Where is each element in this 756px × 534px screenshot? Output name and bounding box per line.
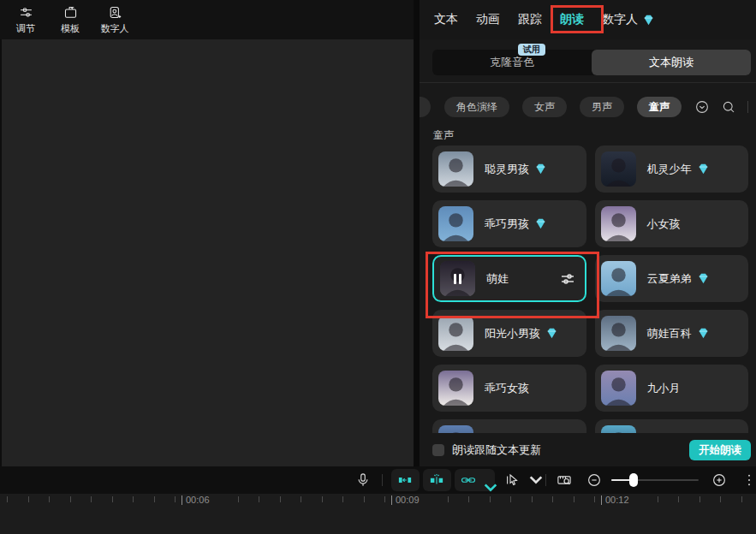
- preview-ruler-icon[interactable]: [556, 472, 573, 488]
- voice-avatar: [601, 371, 636, 406]
- filter-chip-3[interactable]: 男声: [580, 97, 624, 117]
- zoom-slider[interactable]: [611, 479, 699, 481]
- ruler-tick: [448, 496, 449, 502]
- ruler-tick: [91, 496, 92, 502]
- microphone-icon[interactable]: [355, 472, 371, 488]
- panel-tab-label: 朗读: [560, 12, 584, 27]
- tool-digital-human[interactable]: 数字人: [92, 5, 137, 35]
- panel-tab-bar: 文本动画跟踪朗读数字人: [420, 0, 756, 39]
- link-clips-button[interactable]: [455, 469, 495, 491]
- diamond-icon: [697, 273, 710, 284]
- more-menu-icon[interactable]: [741, 472, 756, 488]
- voice-card[interactable]: 阳光小男孩: [432, 310, 586, 357]
- voice-name: 阳光小男孩: [485, 326, 540, 341]
- diamond-icon: [697, 328, 710, 339]
- tool-template-label: 模板: [61, 22, 80, 35]
- preview-canvas[interactable]: [2, 39, 414, 466]
- pause-icon[interactable]: [440, 261, 475, 296]
- tool-template[interactable]: 模板: [48, 5, 92, 35]
- voice-card[interactable]: 乖巧男孩: [432, 200, 586, 247]
- tab-clone-voice-label: 克隆音色: [490, 55, 534, 70]
- voice-card[interactable]: 机灵少年: [595, 145, 749, 193]
- ruler-tick: [594, 496, 595, 502]
- ruler-tick: [678, 496, 679, 502]
- diamond-icon: [534, 163, 547, 175]
- voice-card[interactable]: 萌娃: [432, 255, 586, 302]
- start-reading-button[interactable]: 开始朗读: [689, 440, 751, 460]
- circle-chevron-down-icon[interactable]: [694, 99, 710, 115]
- avatar-photo: [601, 151, 636, 187]
- tab-text-tts[interactable]: 文本朗读: [592, 50, 751, 75]
- voice-avatar: [440, 261, 475, 296]
- divider: [545, 474, 546, 486]
- panel-tab-4[interactable]: 朗读: [560, 12, 584, 27]
- tab-text-tts-label: 文本朗读: [649, 55, 693, 70]
- panel-tab-label: 跟踪: [518, 12, 542, 27]
- panel-tab-2[interactable]: 动画: [476, 12, 500, 27]
- zoom-out-icon[interactable]: [586, 472, 602, 488]
- voice-avatar: [601, 151, 636, 187]
- voice-card[interactable]: 乖巧女孩: [432, 365, 586, 412]
- avatar-photo: [438, 371, 473, 406]
- diamond-icon: [534, 218, 547, 229]
- zoom-slider-thumb[interactable]: [629, 473, 638, 487]
- ruler-tick: [49, 496, 50, 502]
- search-icon[interactable]: [721, 99, 736, 115]
- trial-badge: 试用: [518, 44, 545, 56]
- chevron-down-icon[interactable]: [528, 472, 544, 488]
- top-toolbar: 调节 模板 数字人: [0, 0, 420, 39]
- ruler-tick: [510, 496, 511, 502]
- diamond-icon: [697, 163, 710, 175]
- voice-card[interactable]: 九小月: [595, 365, 749, 412]
- timecode-label: 00:12: [601, 495, 629, 505]
- panel-tab-label: 数字人: [602, 12, 638, 27]
- tool-adjust-label: 调节: [16, 22, 35, 35]
- panel-tab-5[interactable]: 数字人: [602, 12, 655, 27]
- timeline-toolbar: [0, 466, 756, 494]
- ruler-tick: [490, 496, 491, 502]
- ruler-tick: [7, 496, 8, 502]
- voice-card[interactable]: 聪灵男孩: [432, 145, 586, 193]
- tool-adjust[interactable]: 调节: [3, 5, 48, 35]
- panel-tab-3[interactable]: 跟踪: [518, 12, 542, 27]
- ruler-tick: [70, 496, 71, 502]
- divider: [420, 82, 756, 83]
- ruler-tick: [322, 496, 323, 502]
- voice-name: 九小月: [647, 381, 681, 396]
- chip-partial[interactable]: 说: [420, 97, 431, 117]
- voice-avatar: [438, 371, 473, 406]
- timeline-ruler[interactable]: 00:0600:0900:12: [0, 494, 756, 534]
- ruler-tick: [175, 496, 176, 502]
- voice-name: 小女孩: [647, 217, 681, 232]
- snap-clips-button[interactable]: [391, 469, 420, 491]
- ruler-tick: [133, 496, 134, 502]
- select-tool-icon[interactable]: [505, 472, 521, 488]
- follow-text-checkbox[interactable]: [432, 444, 444, 456]
- filter-chip-1[interactable]: 角色演绎: [444, 97, 509, 117]
- voice-avatar: [601, 316, 636, 351]
- filter-chip-4[interactable]: 童声: [637, 97, 682, 117]
- ruler-tick: [280, 496, 281, 502]
- filter-chip-2[interactable]: 女声: [522, 97, 567, 117]
- panel-tab-label: 动画: [476, 12, 500, 27]
- template-icon: [63, 5, 78, 20]
- ruler-tick: [112, 496, 113, 502]
- voice-settings-icon[interactable]: [560, 271, 575, 287]
- ruler-tick: [552, 496, 553, 502]
- voice-filter-row: 说 角色演绎女声男声童声: [420, 96, 756, 118]
- smart-split-button[interactable]: [423, 469, 451, 491]
- adjust-sliders-icon: [19, 5, 33, 20]
- zoom-in-icon[interactable]: [711, 472, 727, 488]
- avatar-photo: [601, 316, 636, 351]
- voice-card[interactable]: 萌娃百科: [595, 310, 749, 357]
- voice-card[interactable]: 云夏弟弟: [595, 255, 749, 302]
- avatar-photo: [601, 261, 636, 296]
- voice-card[interactable]: 小女孩: [595, 200, 749, 247]
- panel-tab-1[interactable]: 文本: [434, 12, 458, 27]
- panel-divider: [414, 0, 420, 466]
- timecode-label: 00:09: [391, 495, 420, 505]
- tab-clone-voice[interactable]: 克隆音色 试用: [432, 50, 592, 75]
- voice-card-grid: 聪灵男孩机灵少年乖巧男孩小女孩萌娃云夏弟弟阳光小男孩萌娃百科乖巧女孩九小月: [432, 145, 748, 466]
- ruler-tick: [468, 496, 469, 502]
- ruler-tick: [720, 496, 721, 502]
